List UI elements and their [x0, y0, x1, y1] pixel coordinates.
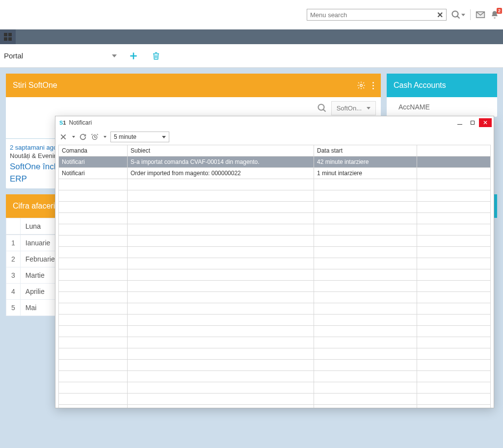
notification-row-empty[interactable]: .	[59, 190, 491, 202]
news-filter-label: SoftOn...	[337, 105, 362, 112]
cash-panel-header: Cash Accounts	[387, 74, 497, 97]
row-subiect: S-a importat comanda CVAF-00014 din mage…	[128, 157, 314, 168]
chevron-down-icon[interactable]	[104, 136, 106, 138]
modal-snooze-button[interactable]	[91, 133, 99, 141]
grid-col-subiect[interactable]: Subiect	[128, 145, 314, 157]
modal-interval-select[interactable]: 5 minute	[110, 132, 169, 142]
dots-vertical-icon	[372, 82, 374, 89]
top-bar: ✕ 2	[0, 0, 503, 29]
notification-row[interactable]: NotificariOrder imported from magento: 0…	[59, 168, 491, 179]
notification-row-empty[interactable]: .	[59, 202, 491, 213]
modal-cancel-button[interactable]	[59, 133, 67, 141]
notifications-grid[interactable]: Comanda Subiect Data start NotificariS-a…	[58, 145, 491, 408]
notification-row-empty[interactable]: .	[59, 360, 491, 371]
global-search-button[interactable]	[451, 10, 465, 19]
row-comanda: Notificari	[59, 157, 128, 168]
panel-menu-button[interactable]	[372, 82, 374, 89]
sales-row-index: 3	[6, 267, 21, 283]
notification-row[interactable]: NotificariS-a importat comanda CVAF-0001…	[59, 157, 491, 168]
portal-selector-label: Portal	[4, 52, 23, 60]
menu-search-input[interactable]	[310, 11, 437, 19]
nav-home-tab[interactable]	[0, 29, 16, 44]
notification-row-empty[interactable]: .	[59, 382, 491, 394]
notification-row-empty[interactable]: .	[59, 236, 491, 247]
notification-row-empty[interactable]: .	[59, 269, 491, 281]
sales-row-index: 2	[6, 251, 21, 267]
notification-row-empty[interactable]: .	[59, 337, 491, 348]
grid-icon	[4, 33, 12, 41]
gear-icon	[357, 81, 366, 90]
notification-row-empty[interactable]: .	[59, 247, 491, 258]
x-icon	[59, 133, 67, 141]
search-icon	[451, 10, 460, 19]
alarm-clock-icon	[91, 133, 99, 141]
modal-titlebar[interactable]: S1 Notificari ✕	[55, 116, 494, 129]
grid-col-extra[interactable]	[417, 145, 491, 157]
notification-row-empty[interactable]: .	[59, 371, 491, 382]
notification-row-empty[interactable]: .	[59, 315, 491, 326]
trash-icon	[152, 51, 160, 61]
notification-row-empty[interactable]: .	[59, 303, 491, 315]
notification-row-empty[interactable]: .	[59, 326, 491, 337]
row-comanda: Notificari	[59, 168, 128, 179]
minimize-button[interactable]	[453, 118, 466, 127]
notification-row-empty[interactable]: .	[59, 394, 491, 405]
chevron-down-icon	[112, 54, 117, 57]
chevron-down-icon	[367, 107, 371, 109]
modal-grid-wrap: Comanda Subiect Data start NotificariS-a…	[55, 145, 494, 408]
notifications-button[interactable]: 2	[490, 10, 499, 20]
row-extra	[417, 168, 491, 179]
notification-row-empty[interactable]: .	[59, 281, 491, 292]
nav-bar	[0, 29, 503, 44]
modal-refresh-button[interactable]	[79, 133, 87, 141]
sales-row-index: 4	[6, 283, 21, 299]
notification-row-empty[interactable]: .	[59, 224, 491, 236]
notification-row-empty[interactable]: .	[59, 179, 491, 190]
sales-row-index: 5	[6, 299, 21, 316]
maximize-icon	[471, 121, 475, 125]
row-data-start: 1 minut intarziere	[314, 168, 417, 179]
plus-icon	[129, 51, 138, 61]
cash-col-accname[interactable]: AccNAME	[387, 97, 497, 117]
grid-col-comanda[interactable]: Comanda	[59, 145, 128, 157]
panel-settings-button[interactable]	[357, 81, 366, 90]
notification-row-empty[interactable]: .	[59, 292, 491, 303]
cash-accounts-panel: Cash Accounts AccNAME	[387, 74, 497, 117]
notifications-badge: 2	[497, 8, 502, 14]
news-panel-title: Stiri SoftOne	[13, 81, 57, 90]
notification-row-empty[interactable]: .	[59, 258, 491, 269]
portal-toolbar: Portal	[0, 44, 503, 68]
grid-col-data-start[interactable]: Data start	[314, 145, 417, 157]
search-icon	[318, 104, 326, 112]
modal-title-text: Notificari	[69, 119, 92, 126]
sales-panel-title: Cifra afaceri p	[13, 202, 62, 211]
s1-logo-icon: S1	[59, 120, 66, 126]
sales-row-index: 1	[6, 235, 21, 251]
notification-row-empty[interactable]: .	[59, 213, 491, 224]
refresh-icon	[79, 133, 87, 141]
cash-panel-title: Cash Accounts	[394, 81, 446, 90]
notification-row-empty[interactable]: .	[59, 348, 491, 360]
menu-search-box[interactable]: ✕	[307, 9, 447, 21]
messages-button[interactable]	[476, 10, 485, 20]
chevron-down-icon[interactable]	[72, 136, 75, 138]
row-extra	[417, 157, 491, 168]
close-button[interactable]: ✕	[479, 118, 492, 127]
sales-col-index	[6, 218, 21, 235]
maximize-button[interactable]	[466, 118, 479, 127]
news-filter-dropdown[interactable]: SoftOn...	[331, 101, 376, 115]
delete-portal-button[interactable]	[150, 51, 162, 61]
menu-search-clear-icon[interactable]: ✕	[437, 10, 443, 20]
chevron-down-icon	[461, 14, 465, 16]
row-data-start: 42 minute intarziere	[314, 157, 417, 168]
portal-selector[interactable]: Portal	[4, 52, 117, 60]
notification-row-empty[interactable]: .	[59, 405, 491, 408]
news-panel-header: Stiri SoftOne	[6, 74, 381, 97]
notifications-modal: S1 Notificari ✕ 5 minute Comanda	[55, 116, 494, 408]
envelope-icon	[476, 10, 485, 20]
row-subiect: Order imported from magento: 000000022	[128, 168, 314, 179]
chevron-down-icon	[162, 136, 166, 138]
news-search-button[interactable]	[318, 104, 326, 112]
modal-toolbar: 5 minute	[55, 129, 494, 145]
add-portal-button[interactable]	[128, 51, 139, 61]
